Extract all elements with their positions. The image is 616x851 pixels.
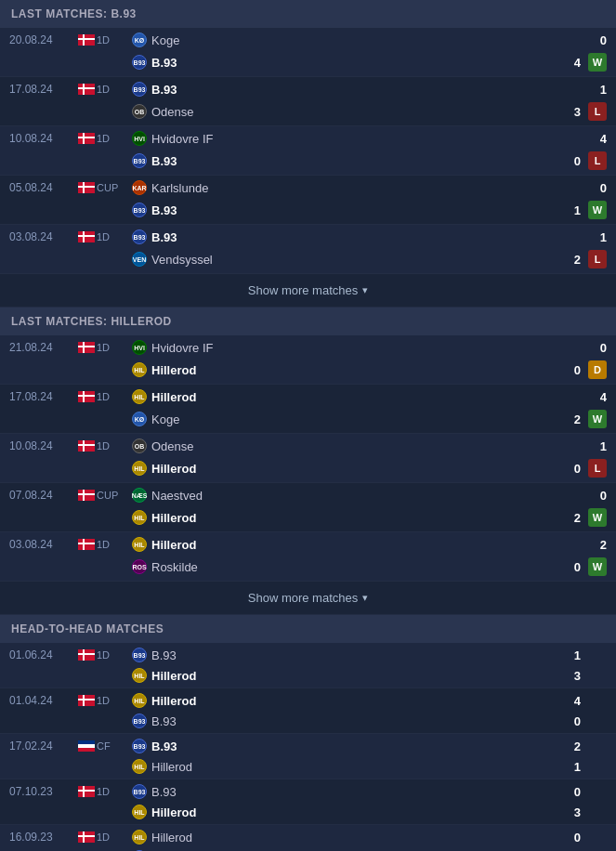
- match-comp: 1D: [97, 391, 132, 402]
- show-more-button[interactable]: Show more matches ▾: [0, 582, 616, 615]
- match-row: 17.02.24 CF B93 B.93 2 HIL: [0, 734, 616, 779]
- team-logo: B93: [132, 784, 147, 799]
- flag-dk-icon: [78, 342, 95, 353]
- team2-name: B.93: [151, 154, 177, 168]
- team-logo: B93: [132, 55, 147, 70]
- score2: 1: [553, 760, 581, 774]
- show-more-button[interactable]: Show more matches ▾: [0, 274, 616, 308]
- score2: 1: [553, 203, 581, 217]
- result-badge: W: [588, 201, 607, 219]
- team-logo: HIL: [132, 668, 147, 683]
- score1: 1: [579, 439, 607, 453]
- team1-col: OB Odense: [132, 439, 579, 453]
- team2-col: B93 B.93: [132, 153, 553, 168]
- team1-col: HIL Hillerod: [132, 830, 553, 844]
- team2-col: HIL Hillerod: [132, 461, 553, 476]
- score1: 2: [579, 538, 607, 552]
- match-bot-row: HIL Hillerod 2 W: [0, 505, 616, 531]
- flag-dk-icon: [78, 649, 95, 661]
- team-logo: HIL: [132, 693, 147, 708]
- match-date: 17.08.24: [9, 390, 76, 403]
- match-top-row: 17.02.24 CF B93 B.93 2: [0, 734, 616, 756]
- match-comp: 1D: [97, 231, 132, 242]
- team2-col: KØ Koge: [132, 412, 553, 426]
- result-badge: W: [588, 557, 607, 576]
- match-bot-row: HIL Hillerod 0 L: [0, 456, 616, 482]
- team2-name: Hillerod: [151, 805, 196, 819]
- match-comp: CF: [97, 740, 132, 752]
- match-row: 17.08.24 1D HIL Hillerod 4 KØ: [0, 385, 616, 434]
- match-comp: 1D: [97, 342, 132, 353]
- chevron-down-icon: ▾: [362, 284, 368, 296]
- match-date: 17.02.24: [9, 740, 76, 753]
- team1-col: B93 B.93: [132, 229, 579, 244]
- team1-name: Hvidovre IF: [151, 132, 213, 146]
- team-logo: B93: [132, 229, 147, 244]
- team-logo: HIL: [132, 759, 147, 774]
- team1-name: Hillerod: [151, 694, 196, 708]
- team-logo: OB: [132, 104, 147, 119]
- match-comp: 1D: [97, 695, 132, 706]
- team2-col: VEN Vendsyssel: [132, 252, 553, 267]
- result-badge: L: [588, 250, 607, 268]
- team-logo: HIL: [132, 830, 147, 844]
- score2: 3: [553, 805, 581, 819]
- team2-col: HIL Hillerod: [132, 362, 553, 377]
- team2-name: Koge: [151, 412, 179, 426]
- team1-col: B93 B.93: [132, 739, 553, 753]
- match-bot-row: HIL Hillerod 3: [0, 802, 616, 824]
- score1: 1: [579, 83, 607, 97]
- team1-name: Odense: [151, 439, 194, 453]
- match-bot-row: HIL Hillerod 3: [0, 665, 616, 687]
- team2-col: OB Odense: [132, 104, 553, 119]
- flag-dk-icon: [78, 490, 95, 501]
- result-badge: L: [588, 151, 607, 170]
- flag-dk-icon: [78, 133, 95, 144]
- match-top-row: 10.08.24 1D HVI Hvidovre IF 4: [0, 126, 616, 149]
- match-bot-row: HIL Hillerod 1: [0, 756, 616, 779]
- team1-col: KØ Koge: [132, 33, 579, 47]
- flag-dk-icon: [78, 440, 95, 452]
- team-logo: HVI: [132, 340, 147, 355]
- match-comp: CUP: [97, 182, 132, 193]
- flag-icon: [78, 740, 95, 752]
- score2: 0: [553, 560, 581, 574]
- team1-name: Karlslunde: [151, 181, 208, 195]
- team-logo: OB: [132, 439, 147, 453]
- team2-name: Roskilde: [151, 560, 198, 574]
- match-date: 21.08.24: [9, 341, 76, 354]
- match-bot-row: KØ Koge 2 W: [0, 407, 616, 433]
- flag-dk-icon: [78, 391, 95, 402]
- match-date: 01.04.24: [9, 694, 76, 707]
- flag-dk-icon: [78, 695, 95, 706]
- score2: 0: [553, 154, 581, 168]
- match-row: 17.08.24 1D B93 B.93 1 OB: [0, 77, 616, 126]
- team-logo: B93: [132, 153, 147, 168]
- match-comp: 1D: [97, 133, 132, 144]
- match-bot-row: ROS Roskilde 0 W: [0, 555, 616, 581]
- match-row: 10.08.24 1D HVI Hvidovre IF 4 B93: [0, 126, 616, 176]
- match-comp: 1D: [97, 649, 132, 661]
- match-bot-row: OB Odense 3 L: [0, 99, 616, 125]
- team1-name: B.93: [151, 230, 177, 244]
- chevron-down-icon: ▾: [362, 592, 368, 604]
- score1: 4: [579, 390, 607, 404]
- team-logo: HIL: [132, 805, 147, 819]
- team2-col: B93 B.93: [132, 203, 553, 217]
- team-logo: HIL: [132, 537, 147, 552]
- team2-col: B93 B.93: [132, 714, 553, 728]
- match-comp: 1D: [97, 34, 132, 46]
- team1-name: B.93: [151, 740, 177, 753]
- match-date: 16.09.23: [9, 831, 76, 844]
- match-bot-row: VEN Vendsyssel 2 L: [0, 247, 616, 273]
- match-date: 10.08.24: [9, 439, 76, 452]
- flag-dk-icon: [78, 231, 95, 242]
- team1-col: B93 B.93: [132, 648, 553, 662]
- team2-name: Vendsyssel: [151, 253, 213, 267]
- team-logo: B93: [132, 714, 147, 728]
- team-logo: KAR: [132, 180, 147, 195]
- match-row: 03.08.24 1D B93 B.93 1 VEN: [0, 225, 616, 274]
- team2-name: B.93: [151, 203, 177, 217]
- score2: 3: [553, 105, 581, 119]
- match-top-row: 20.08.24 1D KØ Koge 0: [0, 28, 616, 50]
